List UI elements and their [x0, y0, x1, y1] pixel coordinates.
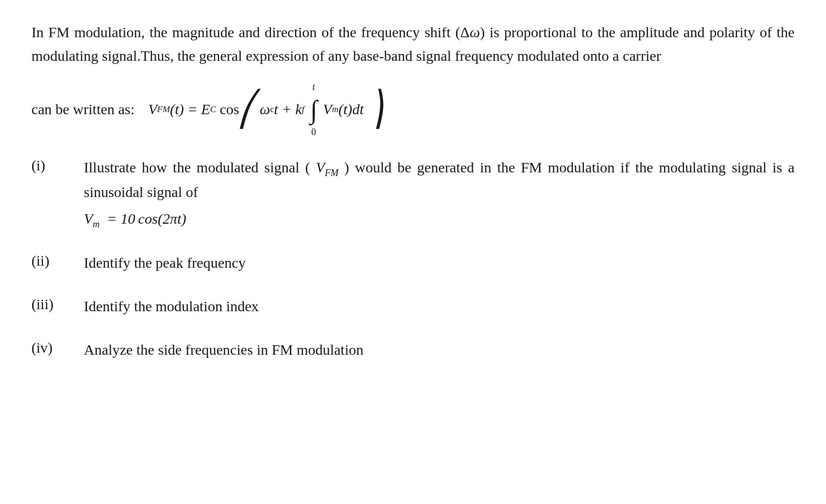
q2-text: Identify the peak frequency	[84, 255, 246, 271]
ec-subscript: C	[210, 102, 216, 118]
left-paren: ⎛	[239, 95, 256, 124]
question-text-iv: Analyze the side frequencies in FM modul…	[84, 338, 795, 362]
vm-tdt: (t)dt	[339, 96, 364, 123]
vm-symbol: V	[323, 96, 332, 123]
questions-section: (i) Illustrate how the modulated signal …	[31, 156, 795, 361]
intro-text: In FM modulation, the magnitude and dire…	[31, 24, 795, 64]
formula-line: can be written as: VFM (t) = EC cos ⎛ ωc…	[31, 79, 795, 141]
intro-paragraph: In FM modulation, the magnitude and dire…	[31, 21, 795, 68]
fm-subscript: FM	[157, 102, 170, 118]
omega-c: ω	[259, 96, 270, 123]
question-label-i: (i)	[31, 156, 84, 174]
integral-lower: 0	[311, 124, 316, 140]
page-content: In FM modulation, the magnitude and dire…	[31, 21, 795, 361]
q4-text: Analyze the side frequencies in FM modul…	[84, 342, 363, 358]
formula-expression: VFM (t) = EC cos ⎛ ωc t + kf t ∫ 0 Vm (	[148, 79, 384, 141]
vm-var-sub: m	[93, 218, 100, 229]
formula-prefix: can be written as:	[31, 96, 142, 123]
vm-sub: m	[332, 102, 338, 118]
integral-upper: t	[312, 79, 315, 95]
q1-text-before: Illustrate how the modulated signal ( VF…	[84, 159, 795, 200]
question-item-ii: (ii) Identify the peak frequency	[31, 251, 795, 275]
kf-sub: f	[302, 102, 305, 118]
vm-formula: Vm = 10 cos(2πt)	[84, 207, 795, 232]
omega-c-sub: c	[270, 102, 274, 118]
question-text-ii: Identify the peak frequency	[84, 251, 795, 275]
question-item-iii: (iii) Identify the modulation index	[31, 295, 795, 319]
right-paren: ⎞	[367, 95, 384, 124]
vm-equals: = 10 cos(2πt)	[103, 211, 186, 227]
question-label-ii: (ii)	[31, 251, 84, 269]
vfm-inline-sub: FM	[325, 168, 339, 178]
question-label-iv: (iv)	[31, 338, 84, 356]
t-omega: t + k	[274, 96, 302, 123]
vfm-inline: V	[316, 159, 325, 176]
question-text-i: Illustrate how the modulated signal ( VF…	[84, 156, 795, 232]
question-label-iii: (iii)	[31, 295, 84, 313]
delta-omega-symbol: Δω	[460, 24, 480, 40]
vm-var: V	[84, 211, 93, 227]
question-item-iv: (iv) Analyze the side frequencies in FM …	[31, 338, 795, 362]
question-text-iii: Identify the modulation index	[84, 295, 795, 319]
e-c-symbol: E	[201, 96, 210, 123]
q3-text: Identify the modulation index	[84, 298, 259, 314]
question-item-i: (i) Illustrate how the modulated signal …	[31, 156, 795, 232]
t-arg: (t) =	[170, 96, 201, 123]
v-fm-symbol: V	[148, 96, 157, 123]
cos-operator: cos	[220, 96, 239, 123]
integral-block: t ∫ 0	[310, 79, 318, 141]
integral-symbol: ∫	[310, 96, 318, 123]
